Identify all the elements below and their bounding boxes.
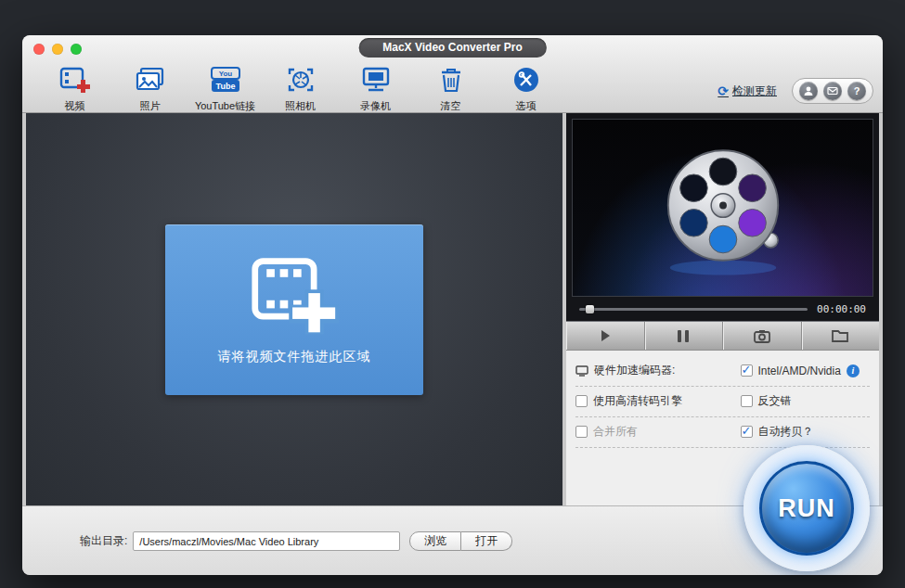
- zoom-window-button[interactable]: [71, 44, 82, 55]
- seek-bar[interactable]: [579, 308, 808, 311]
- seek-handle[interactable]: [586, 305, 594, 313]
- run-button-glow: RUN: [743, 445, 870, 571]
- mail-button[interactable]: [823, 82, 842, 100]
- deinterlace-checkbox[interactable]: [741, 395, 753, 407]
- output-buttons: 浏览 打开: [409, 531, 512, 551]
- open-folder-button[interactable]: [802, 322, 880, 350]
- folder-icon: [832, 329, 848, 342]
- camera-icon: [754, 329, 770, 343]
- svg-text:You: You: [218, 70, 232, 78]
- film-plus-icon: [250, 254, 339, 336]
- auto-copy-label: 自动拷贝？: [758, 424, 814, 440]
- camera-aperture-icon: [285, 63, 317, 96]
- main-content: 请将视频文件拖进此区域: [22, 113, 883, 505]
- close-window-button[interactable]: [33, 44, 45, 55]
- open-button[interactable]: 打开: [461, 531, 512, 551]
- snapshot-button[interactable]: [723, 322, 802, 350]
- toolbar-item-recorder[interactable]: 录像机: [338, 63, 413, 113]
- check-update-link[interactable]: ⟳ 检测更新: [718, 83, 777, 99]
- play-icon: [599, 329, 612, 342]
- toolbar-item-clear[interactable]: 清空: [413, 63, 488, 113]
- help-button[interactable]: ?: [847, 82, 866, 100]
- toolbar-item-youtube[interactable]: You Tube YouTube链接: [187, 63, 263, 113]
- intel-amd-nvidia-label: Intel/AMD/Nvidia: [758, 364, 841, 377]
- output-directory-label: 输出目录:: [80, 533, 127, 549]
- info-icon[interactable]: i: [847, 364, 860, 377]
- video-add-icon: [59, 63, 91, 96]
- toolbar-item-video[interactable]: 视频: [37, 63, 112, 113]
- check-update-label: 检测更新: [732, 83, 777, 99]
- photo-icon: [135, 63, 166, 96]
- screen-recorder-icon: [360, 63, 392, 96]
- deinterlace-label: 反交错: [758, 393, 792, 409]
- video-dropzone[interactable]: 请将视频文件拖进此区域: [26, 113, 562, 505]
- toolbar-item-camera[interactable]: 照相机: [263, 63, 338, 113]
- window-title: MacX Video Converter Pro: [358, 38, 547, 58]
- film-reel-graphic: [650, 143, 796, 280]
- account-button[interactable]: [799, 82, 818, 100]
- account-pill: ?: [792, 78, 873, 104]
- header-right: ⟳ 检测更新 ?: [718, 78, 873, 104]
- toolbar-label: 清空: [441, 99, 461, 113]
- toolbar-label: 录像机: [360, 99, 391, 113]
- play-button[interactable]: [566, 322, 645, 350]
- time-display: 00:00:00: [817, 303, 866, 315]
- settings-row-2: 使用高清转码引擎 反交错: [575, 387, 870, 417]
- toolbar-label: YouTube链接: [195, 99, 255, 113]
- toolbar-item-photo[interactable]: 照片: [112, 63, 187, 113]
- toolbar-label: 照片: [140, 99, 161, 113]
- header: MacX Video Converter Pro 视频: [22, 35, 883, 113]
- playback-controls: [566, 321, 879, 351]
- browse-button[interactable]: 浏览: [409, 531, 461, 551]
- output-directory-input[interactable]: [133, 531, 400, 551]
- merge-all-checkbox[interactable]: [575, 426, 588, 438]
- hardware-encoder-icon: [575, 365, 588, 377]
- drop-hint-text: 请将视频文件拖进此区域: [218, 349, 371, 365]
- trash-icon: [435, 63, 467, 96]
- intel-amd-nvidia-checkbox[interactable]: [741, 364, 753, 377]
- traffic-lights: [33, 44, 82, 55]
- youtube-icon: You Tube: [209, 63, 242, 96]
- app-window: MacX Video Converter Pro 视频: [22, 35, 883, 575]
- drop-target[interactable]: 请将视频文件拖进此区域: [165, 224, 423, 395]
- seek-row: 00:00:00: [572, 297, 873, 321]
- minimize-window-button[interactable]: [52, 44, 63, 55]
- preview-wrap: 00:00:00: [566, 113, 879, 321]
- hd-engine-label: 使用高清转码引擎: [593, 393, 682, 409]
- pause-icon: [678, 330, 689, 342]
- run-button[interactable]: RUN: [759, 461, 854, 556]
- video-preview: [572, 119, 873, 297]
- merge-all-label: 合并所有: [593, 424, 638, 440]
- toolbar-label: 照相机: [285, 99, 316, 113]
- auto-copy-checkbox[interactable]: [741, 426, 753, 438]
- toolbar: 视频 照片 You: [37, 63, 563, 113]
- update-icon: ⟳: [718, 83, 729, 98]
- hd-engine-checkbox[interactable]: [575, 395, 588, 407]
- svg-text:Tube: Tube: [215, 82, 235, 91]
- person-icon: [803, 85, 814, 96]
- right-panel: 00:00:00: [566, 113, 879, 505]
- pause-button[interactable]: [645, 322, 724, 350]
- options-tools-icon: [511, 63, 542, 96]
- toolbar-item-options[interactable]: 选项: [488, 63, 563, 113]
- mail-icon: [827, 85, 838, 96]
- hardware-encoder-label: 硬件加速编码器:: [594, 363, 675, 378]
- toolbar-label: 选项: [516, 99, 537, 113]
- settings-row-3: 合并所有 自动拷贝？: [575, 417, 870, 448]
- toolbar-label: 视频: [65, 99, 85, 113]
- settings-row-1: 硬件加速编码器: Intel/AMD/Nvidia i: [575, 356, 870, 387]
